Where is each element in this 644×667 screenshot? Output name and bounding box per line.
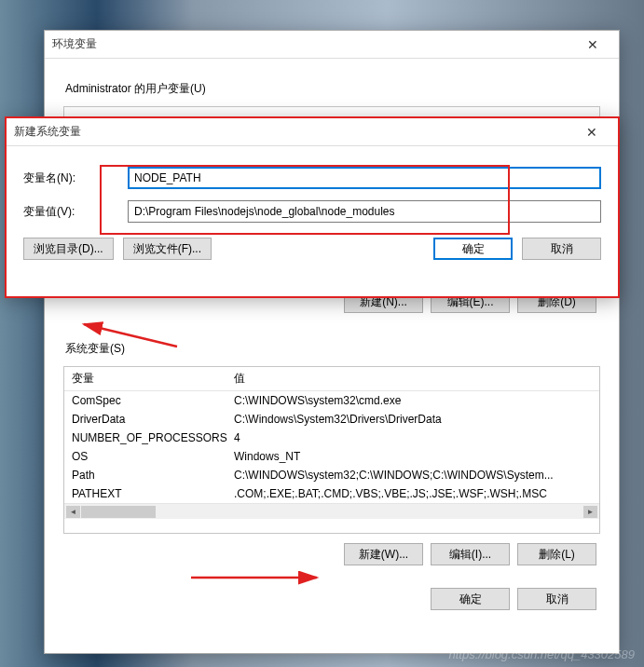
table-row[interactable]: NUMBER_OF_PROCESSORS4 — [64, 429, 599, 447]
table-body: ComSpecC:\WINDOWS\system32\cmd.exeDriver… — [64, 391, 599, 503]
table-row[interactable]: PathC:\WINDOWS\system32;C:\WINDOWS;C:\WI… — [64, 466, 599, 484]
cell-val: 4 — [234, 431, 592, 444]
new-body: 变量名(N): 变量值(V): 浏览目录(D)... 浏览文件(F)... 确定… — [7, 146, 618, 271]
system-vars-label: 系统变量(S) — [65, 341, 600, 357]
new-ok-button[interactable]: 确定 — [433, 238, 513, 260]
close-icon[interactable]: ✕ — [573, 125, 610, 140]
sys-delete-button[interactable]: 删除(L) — [517, 543, 596, 565]
system-vars-table[interactable]: 变量 值 ComSpecC:\WINDOWS\system32\cmd.exeD… — [63, 366, 600, 534]
cell-var: Path — [72, 469, 234, 482]
browse-directory-button[interactable]: 浏览目录(D)... — [23, 238, 114, 260]
cell-val: C:\WINDOWS\system32\cmd.exe — [234, 394, 592, 407]
dialog-bottom-buttons: 确定 取消 — [67, 588, 596, 610]
sys-edit-button[interactable]: 编辑(I)... — [431, 543, 510, 565]
sys-new-button[interactable]: 新建(W)... — [344, 543, 423, 565]
value-label: 变量值(V): — [23, 204, 128, 220]
variable-value-input[interactable] — [128, 200, 601, 223]
horizontal-scrollbar[interactable]: ◄ ► — [64, 503, 599, 519]
close-icon[interactable]: ✕ — [574, 37, 611, 52]
col-variable[interactable]: 变量 — [64, 367, 226, 390]
cell-var: DriverData — [72, 413, 234, 426]
cell-val: C:\Windows\System32\Drivers\DriverData — [234, 413, 592, 426]
table-row[interactable]: DriverDataC:\Windows\System32\Drivers\Dr… — [64, 410, 599, 429]
variable-name-input[interactable] — [128, 167, 601, 189]
new-system-variable-dialog: 新建系统变量 ✕ 变量名(N): 变量值(V): 浏览目录(D)... 浏览文件… — [5, 116, 620, 298]
new-title: 新建系统变量 — [14, 124, 573, 140]
table-header: 变量 值 — [64, 367, 599, 391]
new-cancel-button[interactable]: 取消 — [522, 238, 601, 260]
table-row[interactable]: ComSpecC:\WINDOWS\system32\cmd.exe — [64, 391, 599, 410]
col-value[interactable]: 值 — [226, 367, 599, 390]
cell-var: NUMBER_OF_PROCESSORS — [72, 431, 234, 444]
cell-var: OS — [72, 450, 234, 463]
table-row[interactable]: OSWindows_NT — [64, 447, 599, 466]
browse-file-button[interactable]: 浏览文件(F)... — [123, 238, 212, 260]
table-row[interactable]: PATHEXT.COM;.EXE;.BAT;.CMD;.VBS;.VBE;.JS… — [64, 484, 599, 503]
system-vars-section: 系统变量(S) 变量 值 ComSpecC:\WINDOWS\system32\… — [63, 341, 600, 565]
cell-val: C:\WINDOWS\system32;C:\WINDOWS;C:\WINDOW… — [234, 469, 592, 482]
scroll-left-icon[interactable]: ◄ — [66, 506, 80, 518]
new-titlebar[interactable]: 新建系统变量 ✕ — [7, 118, 618, 146]
env-title: 环境变量 — [52, 36, 574, 52]
name-label: 变量名(N): — [23, 170, 128, 186]
cell-val: .COM;.EXE;.BAT;.CMD;.VBS;.VBE;.JS;.JSE;.… — [234, 487, 592, 500]
system-vars-buttons: 新建(W)... 编辑(I)... 删除(L) — [67, 543, 596, 565]
watermark: https://blog.csdn.net/qq_43302589 — [449, 647, 636, 661]
name-row: 变量名(N): — [23, 167, 601, 189]
new-dialog-button-row: 浏览目录(D)... 浏览文件(F)... 确定 取消 — [23, 238, 601, 260]
spacer — [221, 238, 424, 260]
scroll-thumb[interactable] — [81, 506, 156, 518]
ok-button[interactable]: 确定 — [431, 588, 510, 610]
scroll-right-icon[interactable]: ► — [583, 506, 597, 518]
cell-var: ComSpec — [72, 394, 234, 407]
value-row: 变量值(V): — [23, 200, 601, 223]
env-titlebar[interactable]: 环境变量 ✕ — [45, 31, 619, 59]
cancel-button[interactable]: 取消 — [517, 588, 596, 610]
cell-val: Windows_NT — [234, 450, 592, 463]
user-vars-label: Administrator 的用户变量(U) — [65, 81, 600, 97]
cell-var: PATHEXT — [72, 487, 234, 500]
